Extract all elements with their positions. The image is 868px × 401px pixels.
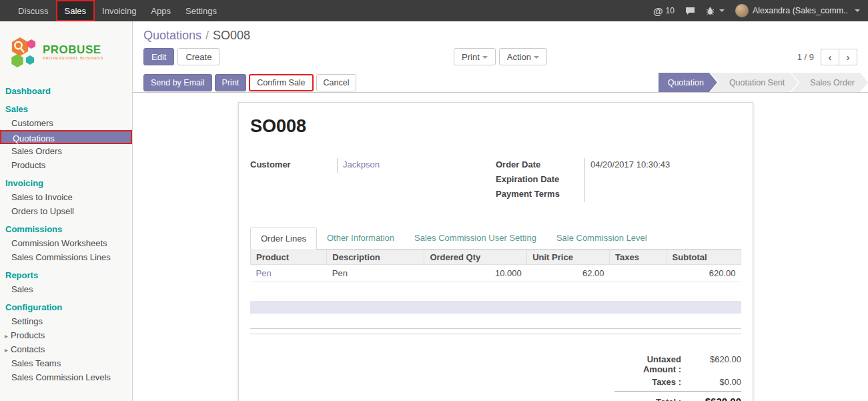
untaxed-amount-value: $620.00 [689,354,741,364]
form-sheet: SO008 Customer Jackpson Order Date 04/20… [238,102,753,401]
field-group-right: Order Date 04/20/2017 10:30:43 Expiratio… [496,158,741,202]
separator-line [250,334,741,334]
caret-down-icon [534,56,539,59]
topbar-right: @ 10 Alexandra (Sales_comm.. [653,0,868,21]
sidebar-item-quotations[interactable]: Quotations [0,130,132,144]
customer-label: Customer [250,158,337,173]
taxes-cell [610,265,667,282]
ordered-qty-cell: 10.000 [424,265,527,282]
expiration-date-value [584,173,741,187]
breadcrumb: Quotations/SO008 [133,21,868,43]
state-sales-order[interactable]: Sales Order [791,73,868,92]
payment-terms-value [584,187,741,202]
sidebar-item-sales-commissions-lines[interactable]: Sales Commissions Lines [0,250,132,264]
column-header-subtotal[interactable]: Subtotal [667,250,741,265]
print-menu-button[interactable]: Print [454,48,496,65]
state-widget: Quotation Quotation Sent Sales Order [659,73,868,92]
order-lines-table: Product Description Ordered Qty Unit Pri… [250,250,741,282]
sidebar-item-sales-teams[interactable]: Sales Teams [0,356,132,370]
send-by-email-button[interactable]: Send by Email [143,74,212,91]
sidebar-heading-dashboard[interactable]: Dashboard [0,84,132,98]
app-logo: PROBUSE PROFESSIONAL BUSINESS [0,21,132,80]
menu-sales[interactable]: Sales [56,0,95,21]
debug-menu[interactable] [706,7,725,15]
total-value: $620.00 [689,396,741,401]
untaxed-amount-label: Untaxed Amount : [614,354,689,374]
description-cell: Pen [327,265,424,282]
tab-other-information[interactable]: Other Information [317,228,404,249]
menu-invoicing[interactable]: Invoicing [95,0,143,21]
cancel-button[interactable]: Cancel [316,74,357,91]
user-menu[interactable]: Alexandra (Sales_comm.. [735,4,860,17]
print-button[interactable]: Print [215,74,247,91]
screen: Discuss Sales Invoicing Apps Settings @ … [0,0,868,401]
caret-down-icon [855,9,860,12]
bug-icon [706,7,715,15]
create-button[interactable]: Create [177,48,220,65]
sidebar-item-settings[interactable]: Settings [0,314,132,328]
action-menu-button[interactable]: Action [499,48,547,65]
logo-subtitle: PROFESSIONAL BUSINESS [43,56,103,60]
caret-down-icon [719,9,725,12]
sidebar-item-contacts[interactable]: ▸Contacts [0,342,132,356]
sidebar-heading-invoicing[interactable]: Invoicing [0,176,132,190]
sidebar-heading-configuration[interactable]: Configuration [0,300,132,314]
column-header-ordered-qty[interactable]: Ordered Qty [424,250,527,265]
column-header-unit-price[interactable]: Unit Price [527,250,610,265]
column-header-product[interactable]: Product [251,250,327,265]
notebook-tabs: Order Lines Other Information Sales Comm… [250,228,741,250]
separator-line [250,328,741,329]
logo-title: PROBUSE [43,44,103,56]
tab-order-lines[interactable]: Order Lines [250,228,317,250]
menu-discuss[interactable]: Discuss [11,0,56,21]
column-header-description[interactable]: Description [327,250,424,265]
pager-previous-button[interactable]: ‹ [821,49,839,65]
column-header-taxes[interactable]: Taxes [610,250,667,265]
activities-indicator[interactable]: @ 10 [653,5,675,17]
state-quotation-sent[interactable]: Quotation Sent [711,73,798,92]
sidebar-heading-reports[interactable]: Reports [0,268,132,282]
breadcrumb-quotations-link[interactable]: Quotations [143,29,201,42]
tab-sales-commission-user-setting[interactable]: Sales Commission User Setting [404,228,546,249]
logo-text: PROBUSE PROFESSIONAL BUSINESS [43,44,103,60]
subtotal-cell: 620.00 [667,265,741,282]
state-quotation[interactable]: Quotation [659,73,717,92]
messages-icon[interactable] [685,7,695,15]
sidebar-item-customers[interactable]: Customers [0,116,132,130]
caret-down-icon [482,56,488,59]
pager-next-button[interactable]: › [839,49,857,65]
document-title: SO008 [250,116,741,137]
tab-sale-commission-level[interactable]: Sale Commission Level [546,228,657,249]
product-cell: Pen [256,268,272,278]
sidebar-item-sales-to-invoice[interactable]: Sales to Invoice [0,190,132,204]
taxes-total-label: Taxes : [614,377,689,387]
at-icon: @ [653,5,663,17]
sidebar-item-reports-sales[interactable]: Sales [0,282,132,296]
menu-settings[interactable]: Settings [178,0,224,21]
menu-apps[interactable]: Apps [143,0,178,21]
totals-block: Untaxed Amount : $620.00 Taxes : $0.00 T… [614,353,741,401]
action-menu-label: Action [507,52,531,62]
sidebar-item-sales-orders[interactable]: Sales Orders [0,144,132,158]
sidebar-item-products[interactable]: Products [0,158,132,172]
activity-count: 10 [666,6,675,15]
sidebar-item-config-products[interactable]: ▸Products [0,328,132,342]
table-row[interactable]: Pen Pen 10.000 62.00 620.00 [251,265,741,282]
sidebar-heading-commissions[interactable]: Commissions [0,222,132,236]
pager-counter: 1 / 9 [797,52,814,62]
confirm-sale-button[interactable]: Confirm Sale [249,74,313,91]
sidebar-item-orders-to-upsell[interactable]: Orders to Upsell [0,204,132,218]
customer-value-link[interactable]: Jackpson [343,159,380,169]
sidebar-item-commission-worksheets[interactable]: Commission Worksheets [0,236,132,250]
sidebar: PROBUSE PROFESSIONAL BUSINESS Dashboard … [0,21,133,401]
sidebar-item-sales-commission-levels[interactable]: Sales Commission Levels [0,370,132,384]
total-label: Total : [614,397,689,401]
edit-button[interactable]: Edit [143,48,174,65]
print-menu-label: Print [462,52,480,62]
expand-arrow-icon: ▸ [5,346,8,354]
unit-price-cell: 62.00 [527,265,610,282]
sidebar-item-label: Contacts [11,344,45,354]
order-date-value: 04/20/2017 10:30:43 [584,158,741,173]
expand-arrow-icon: ▸ [5,332,8,340]
sidebar-heading-sales[interactable]: Sales [0,102,132,116]
